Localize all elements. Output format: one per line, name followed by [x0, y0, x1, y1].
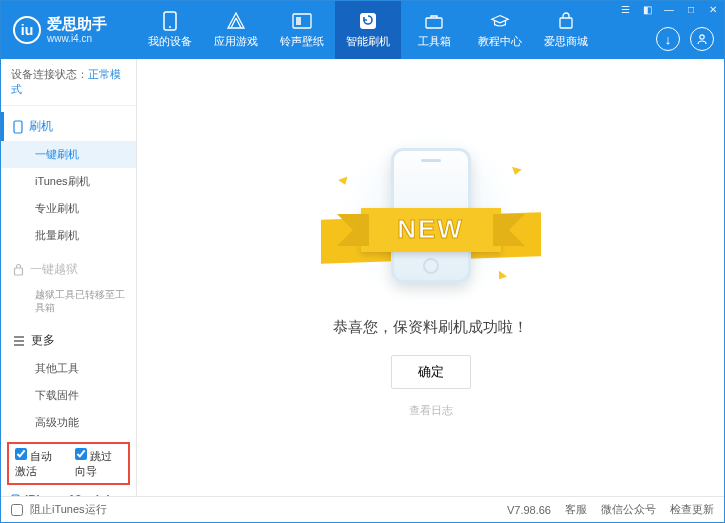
- auto-activate-checkbox[interactable]: 自动激活: [15, 448, 63, 479]
- section-jailbreak: 一键越狱 越狱工具已转移至工具箱: [1, 249, 136, 320]
- store-icon: [556, 11, 576, 31]
- svg-rect-6: [560, 18, 572, 28]
- svg-rect-9: [15, 268, 23, 275]
- header: ☰ ◧ — □ ✕ iu 爱思助手 www.i4.cn 我的设备 应用游戏: [1, 1, 724, 59]
- window-controls: ☰ ◧ — □ ✕: [614, 1, 724, 17]
- body: 设备连接状态：正常模式 刷机 一键刷机 iTunes刷机 专业刷机 批量刷机 一…: [1, 59, 724, 496]
- refresh-icon: [358, 11, 378, 31]
- skin-icon[interactable]: ◧: [636, 1, 658, 17]
- section-flash-head[interactable]: 刷机: [1, 112, 136, 141]
- check-update-link[interactable]: 检查更新: [670, 502, 714, 517]
- svg-rect-5: [426, 18, 442, 28]
- app-window: ☰ ◧ — □ ✕ iu 爱思助手 www.i4.cn 我的设备 应用游戏: [0, 0, 725, 523]
- nav-ringtones[interactable]: 铃声壁纸: [269, 1, 335, 59]
- footer: 阻止iTunes运行 V7.98.66 客服 微信公众号 检查更新: [1, 496, 724, 522]
- skip-setup-checkbox[interactable]: 跳过向导: [75, 448, 123, 479]
- svg-rect-2: [293, 14, 311, 28]
- download-icon[interactable]: ↓: [656, 27, 680, 51]
- footer-right: V7.98.66 客服 微信公众号 检查更新: [507, 502, 714, 517]
- sub-pro[interactable]: 专业刷机: [1, 195, 136, 222]
- phone-icon: [160, 11, 180, 31]
- new-ribbon: NEW: [361, 208, 501, 252]
- user-icon[interactable]: [690, 27, 714, 51]
- version-label: V7.98.66: [507, 504, 551, 516]
- phone-small-icon: [13, 120, 23, 134]
- close-icon[interactable]: ✕: [702, 1, 724, 17]
- minimize-icon[interactable]: —: [658, 1, 680, 17]
- device-block[interactable]: iPhone 12 mini 64GB Down-12mini-13,1: [1, 485, 136, 496]
- section-more-head[interactable]: 更多: [1, 326, 136, 355]
- app-url: www.i4.cn: [47, 33, 107, 44]
- confirm-button[interactable]: 确定: [391, 355, 471, 389]
- view-log-link[interactable]: 查看日志: [409, 403, 453, 418]
- section-jailbreak-head[interactable]: 一键越狱: [1, 255, 136, 284]
- sub-oneclick[interactable]: 一键刷机: [1, 141, 136, 168]
- section-more: 更多 其他工具 下载固件 高级功能: [1, 320, 136, 436]
- main-content: NEW 恭喜您，保资料刷机成功啦！ 确定 查看日志: [137, 59, 724, 496]
- top-nav: 我的设备 应用游戏 铃声壁纸 智能刷机 工具箱 教程中心: [137, 1, 599, 59]
- maximize-icon[interactable]: □: [680, 1, 702, 17]
- toolbox-icon: [424, 11, 444, 31]
- sub-itunes[interactable]: iTunes刷机: [1, 168, 136, 195]
- success-message: 恭喜您，保资料刷机成功啦！: [333, 318, 528, 337]
- section-flash: 刷机 一键刷机 iTunes刷机 专业刷机 批量刷机: [1, 106, 136, 249]
- sidebar: 设备连接状态：正常模式 刷机 一键刷机 iTunes刷机 专业刷机 批量刷机 一…: [1, 59, 137, 496]
- nav-tutorials[interactable]: 教程中心: [467, 1, 533, 59]
- sub-other-tools[interactable]: 其他工具: [1, 355, 136, 382]
- logo[interactable]: iu 爱思助手 www.i4.cn: [1, 16, 137, 44]
- support-link[interactable]: 客服: [565, 502, 587, 517]
- wechat-link[interactable]: 微信公众号: [601, 502, 656, 517]
- app-title: 爱思助手: [47, 16, 107, 33]
- sub-advanced[interactable]: 高级功能: [1, 409, 136, 436]
- nav-tools[interactable]: 工具箱: [401, 1, 467, 59]
- header-right: ↓: [656, 27, 714, 51]
- sub-download-fw[interactable]: 下载固件: [1, 382, 136, 409]
- svg-rect-8: [14, 121, 22, 133]
- options-row: 自动激活 跳过向导: [7, 442, 130, 485]
- svg-rect-3: [296, 17, 301, 25]
- success-illustration: NEW: [321, 138, 541, 298]
- grad-cap-icon: [490, 11, 510, 31]
- nav-flash[interactable]: 智能刷机: [335, 1, 401, 59]
- svg-point-1: [169, 26, 171, 28]
- jailbreak-note: 越狱工具已转移至工具箱: [1, 284, 136, 320]
- sub-batch[interactable]: 批量刷机: [1, 222, 136, 249]
- nav-my-device[interactable]: 我的设备: [137, 1, 203, 59]
- menu-lines-icon: [13, 336, 25, 346]
- nav-store[interactable]: 爱思商城: [533, 1, 599, 59]
- svg-point-7: [700, 35, 704, 39]
- lock-icon: [13, 263, 24, 276]
- connection-status: 设备连接状态：正常模式: [1, 59, 136, 106]
- nav-apps[interactable]: 应用游戏: [203, 1, 269, 59]
- apps-icon: [226, 11, 246, 31]
- wallpaper-icon: [292, 11, 312, 31]
- logo-icon: iu: [13, 16, 41, 44]
- menu-icon[interactable]: ☰: [614, 1, 636, 17]
- block-itunes-checkbox[interactable]: 阻止iTunes运行: [11, 502, 107, 517]
- logo-text: 爱思助手 www.i4.cn: [47, 16, 107, 44]
